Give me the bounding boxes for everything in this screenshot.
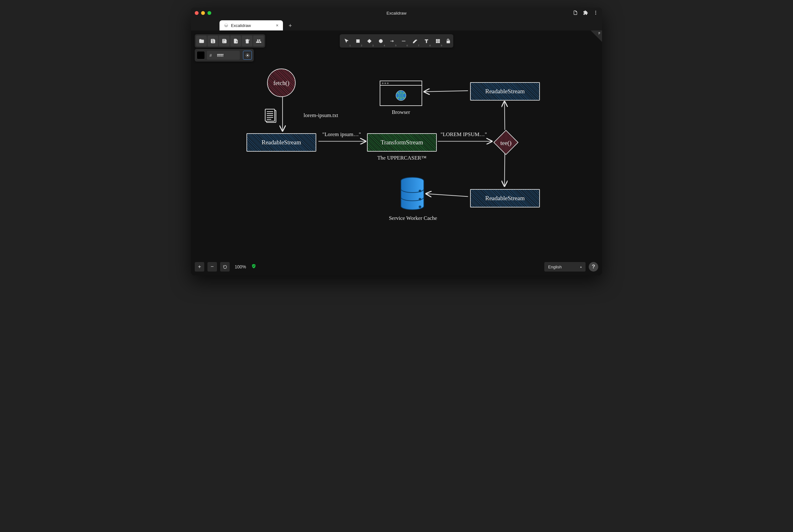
close-window-icon[interactable] [195,11,198,15]
tab-favicon-icon [224,23,228,27]
traffic-lights[interactable] [195,11,211,15]
file-icon [265,108,278,124]
node-readable-top-label: ReadableStream [485,88,525,95]
svg-rect-6 [438,39,440,41]
svg-rect-10 [267,110,276,122]
node-tee-label: tee() [501,139,511,147]
selection-tool[interactable]: 1 [341,36,352,46]
titlebar: Excalidraw [191,7,602,18]
svg-rect-11 [265,109,275,121]
lock-tool[interactable] [444,36,452,46]
svg-point-2 [595,14,596,15]
node-readable1-label: ReadableStream [262,139,301,146]
encrypted-icon[interactable] [251,264,256,270]
tab-close-icon[interactable]: × [276,23,278,28]
svg-point-12 [396,90,406,100]
ellipse-tool[interactable]: 4 [375,36,386,46]
tab-label: Excalidraw [231,23,251,28]
node-browser-label: Browser [392,109,410,115]
svg-point-0 [595,11,596,12]
minimize-window-icon[interactable] [201,11,205,15]
svg-rect-5 [436,39,438,41]
svg-rect-8 [438,41,440,43]
node-readable1[interactable] [247,133,316,152]
svg-point-14 [419,190,421,192]
globe-icon [395,90,407,101]
text-tool[interactable]: 8 [421,36,432,46]
svg-point-16 [419,206,421,208]
node-db[interactable] [400,177,424,210]
excalidraw-app: 1 2 3 4 5 6 7 8 9 # [191,31,602,276]
node-readable-bottom[interactable] [470,189,540,207]
menu-dots-icon[interactable] [593,10,598,16]
node-transform-caption: The UPPERCASER™ [377,155,426,161]
language-label: English [548,265,562,269]
node-readable-top[interactable] [470,82,540,100]
new-tab-button[interactable]: + [286,21,295,31]
zoom-level: 100% [233,264,248,269]
save-as-button[interactable] [219,36,230,46]
theme-toggle[interactable] [243,51,252,60]
export-button[interactable] [230,36,241,46]
node-transform[interactable] [367,133,437,152]
language-select[interactable]: English [544,262,585,271]
line-tool[interactable]: 6 [398,36,409,46]
pin-icon [597,32,601,35]
file-icon[interactable] [573,10,578,16]
draw-tool[interactable]: 7 [409,36,420,46]
save-button[interactable] [208,36,218,46]
edge-label-LOREM: "LOREM IPSUM…" [441,131,487,138]
browser-tab[interactable]: Excalidraw × [219,20,283,31]
zoom-out-button[interactable]: − [208,262,217,271]
file-toolbar [195,34,265,48]
rectangle-tool[interactable]: 2 [352,36,363,46]
color-panel: # [195,49,254,61]
node-browser[interactable] [380,80,422,106]
file-name-label: lorem-ipsum.txt [304,112,338,119]
svg-point-9 [247,55,248,56]
node-db-label: Service Worker Cache [389,215,437,222]
svg-point-15 [419,198,421,201]
node-transform-label: TransformStream [381,139,423,146]
zoom-in-button[interactable]: + [195,262,204,271]
reset-icon [223,265,228,269]
library-tool[interactable]: 9 [432,36,443,46]
zoom-controls: + − 100% [195,262,256,271]
extensions-icon[interactable] [583,10,588,16]
sun-icon [245,53,250,58]
color-swatch[interactable] [197,51,205,59]
node-fetch-label: fetch() [273,80,290,87]
zoom-reset-button[interactable] [220,262,230,271]
canvas[interactable]: fetch() lorem-ipsum.txt ReadableStream "… [191,31,602,276]
diamond-tool[interactable]: 3 [364,36,374,46]
collaborate-button[interactable] [253,36,264,46]
node-readable-bottom-label: ReadableStream [485,195,525,202]
shape-toolbar: 1 2 3 4 5 6 7 8 9 [340,34,453,48]
window-title: Excalidraw [387,11,407,16]
svg-rect-7 [436,41,438,43]
svg-point-13 [401,177,424,184]
help-button[interactable]: ? [589,262,598,271]
arrow-tool[interactable]: 5 [387,36,398,46]
maximize-window-icon[interactable] [208,11,211,15]
node-fetch[interactable] [267,69,296,97]
node-tee[interactable] [493,130,518,155]
svg-point-4 [379,39,382,42]
edge-label-lorem: "Lorem ipsum…" [322,131,361,138]
color-hex-input[interactable] [214,51,240,60]
mac-window: Excalidraw Excalidraw × + [191,7,602,276]
clear-button[interactable] [242,36,252,46]
tabstrip: Excalidraw × + [191,18,602,31]
svg-rect-3 [356,39,360,42]
open-button[interactable] [196,36,207,46]
svg-point-1 [595,12,596,13]
arrows [191,31,602,276]
bottom-right: English ? [544,262,598,271]
encrypt-corner[interactable] [591,31,602,42]
color-hash-label: # [207,51,214,60]
